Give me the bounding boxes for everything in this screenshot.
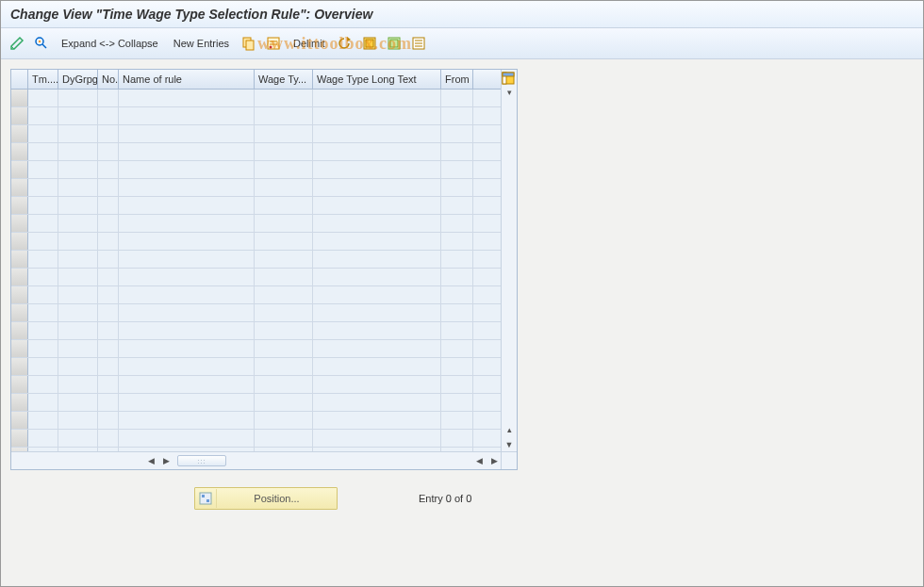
row-selector[interactable]	[11, 179, 28, 196]
table-cell[interactable]	[473, 304, 500, 321]
table-cell[interactable]	[255, 90, 313, 106]
table-cell[interactable]	[255, 233, 313, 250]
table-cell[interactable]	[473, 233, 500, 250]
table-cell[interactable]	[58, 269, 98, 285]
row-selector[interactable]	[11, 394, 28, 411]
table-cell[interactable]	[313, 376, 441, 393]
table-cell[interactable]	[255, 197, 313, 214]
table-cell[interactable]	[119, 340, 255, 357]
table-cell[interactable]	[473, 358, 500, 375]
table-cell[interactable]	[58, 430, 98, 447]
table-cell[interactable]	[313, 340, 441, 357]
expand-collapse-button[interactable]: Expand <-> Collapse	[56, 34, 164, 53]
table-cell[interactable]	[28, 412, 58, 429]
table-cell[interactable]	[441, 161, 473, 178]
table-row[interactable]	[11, 358, 517, 376]
table-cell[interactable]	[313, 322, 441, 339]
table-cell[interactable]	[313, 107, 441, 124]
scroll-right-step-icon[interactable]: ▶	[158, 454, 173, 467]
scroll-left-icon[interactable]: ◀	[143, 454, 158, 467]
table-cell[interactable]	[28, 90, 58, 106]
table-cell[interactable]	[473, 269, 500, 285]
table-cell[interactable]	[441, 430, 473, 447]
table-cell[interactable]	[441, 215, 473, 232]
table-cell[interactable]	[119, 412, 255, 429]
table-cell[interactable]	[441, 376, 473, 393]
table-cell[interactable]	[98, 430, 119, 447]
table-cell[interactable]	[119, 233, 255, 250]
delimit-button[interactable]: Delimit	[288, 34, 331, 53]
table-cell[interactable]	[255, 376, 313, 393]
col-from[interactable]: From	[441, 70, 473, 89]
table-cell[interactable]	[255, 304, 313, 321]
table-cell[interactable]	[58, 107, 98, 124]
table-cell[interactable]	[98, 125, 119, 142]
table-row[interactable]	[11, 143, 517, 161]
table-cell[interactable]	[441, 304, 473, 321]
table-row[interactable]	[11, 251, 517, 269]
table-cell[interactable]	[119, 322, 255, 339]
table-cell[interactable]	[119, 376, 255, 393]
table-cell[interactable]	[98, 197, 119, 214]
table-cell[interactable]	[255, 179, 313, 196]
table-cell[interactable]	[119, 430, 255, 447]
table-cell[interactable]	[313, 412, 441, 429]
table-cell[interactable]	[119, 251, 255, 268]
table-cell[interactable]	[28, 161, 58, 178]
table-cell[interactable]	[119, 269, 255, 285]
table-cell[interactable]	[441, 90, 473, 106]
table-cell[interactable]	[58, 286, 98, 303]
table-cell[interactable]	[28, 143, 58, 160]
scroll-thumb[interactable]: :::	[177, 455, 226, 466]
table-cell[interactable]	[119, 358, 255, 375]
row-selector[interactable]	[11, 286, 28, 303]
table-cell[interactable]	[98, 161, 119, 178]
table-cell[interactable]	[313, 394, 441, 411]
scroll-left-step-icon[interactable]: ◀	[471, 454, 487, 467]
details-icon[interactable]	[31, 33, 52, 54]
row-selector[interactable]	[11, 125, 28, 142]
table-cell[interactable]	[473, 340, 500, 357]
new-entries-button[interactable]: New Entries	[168, 34, 235, 53]
table-row[interactable]	[11, 412, 517, 430]
horizontal-scrollbar[interactable]: ◀ ▶ ::: ◀ ▶	[11, 451, 502, 469]
row-selector-header[interactable]	[11, 70, 28, 89]
col-wage-type[interactable]: Wage Ty...	[255, 70, 313, 89]
table-cell[interactable]	[255, 412, 313, 429]
table-settings-icon[interactable]	[502, 72, 517, 87]
row-selector[interactable]	[11, 90, 28, 106]
table-cell[interactable]	[255, 107, 313, 124]
table-cell[interactable]	[255, 215, 313, 232]
row-selector[interactable]	[11, 358, 28, 375]
table-cell[interactable]	[255, 358, 313, 375]
table-cell[interactable]	[441, 286, 473, 303]
table-cell[interactable]	[255, 143, 313, 160]
table-row[interactable]	[11, 107, 517, 125]
table-cell[interactable]	[313, 286, 441, 303]
table-cell[interactable]	[98, 322, 119, 339]
table-cell[interactable]	[441, 251, 473, 268]
col-dygrpg[interactable]: DyGrpg	[58, 70, 98, 89]
col-no[interactable]: No.	[98, 70, 119, 89]
table-cell[interactable]	[473, 143, 500, 160]
table-cell[interactable]	[98, 358, 119, 375]
table-row[interactable]	[11, 304, 517, 322]
table-cell[interactable]	[473, 125, 500, 142]
table-cell[interactable]	[98, 286, 119, 303]
table-cell[interactable]	[58, 143, 98, 160]
table-cell[interactable]	[441, 322, 473, 339]
table-cell[interactable]	[98, 179, 119, 196]
table-cell[interactable]	[28, 340, 58, 357]
table-cell[interactable]	[98, 412, 119, 429]
table-cell[interactable]	[313, 358, 441, 375]
row-selector[interactable]	[11, 304, 28, 321]
table-cell[interactable]	[28, 394, 58, 411]
table-cell[interactable]	[58, 304, 98, 321]
table-cell[interactable]	[58, 90, 98, 106]
col-name-of-rule[interactable]: Name of rule	[119, 70, 255, 89]
table-cell[interactable]	[28, 269, 58, 285]
row-selector[interactable]	[11, 412, 28, 429]
undo-icon[interactable]	[335, 33, 355, 54]
table-cell[interactable]	[255, 161, 313, 178]
table-cell[interactable]	[119, 304, 255, 321]
